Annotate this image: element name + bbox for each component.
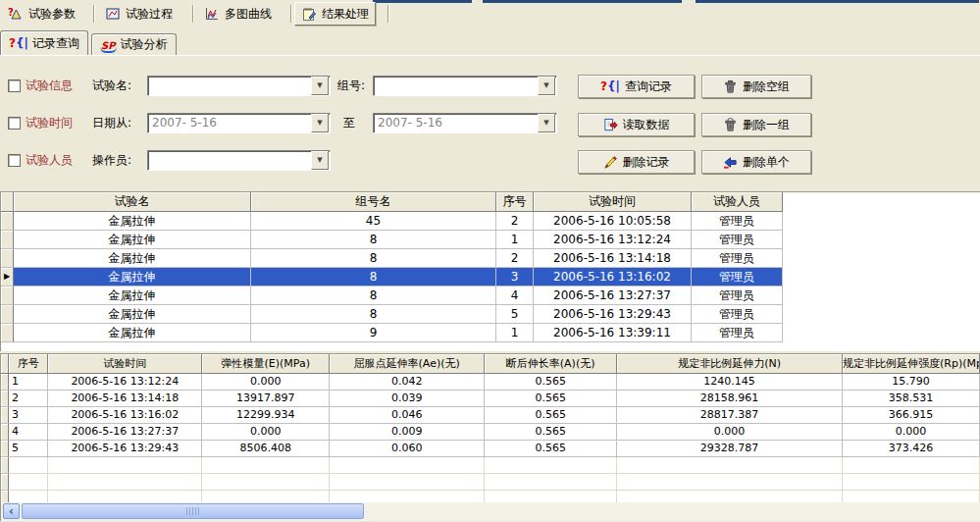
cell[interactable]: 金属拉伸 [14, 231, 251, 249]
cell[interactable]: 1 [9, 374, 48, 391]
toolbar-button-test-process[interactable]: 试验过程 [99, 2, 179, 26]
tab-test-analysis[interactable]: SP 试验分析 [91, 33, 177, 55]
dropdown-button[interactable]: ▼ [538, 114, 555, 132]
row-selector[interactable] [1, 407, 9, 424]
cell[interactable]: 管理员 [692, 287, 783, 305]
cell[interactable]: 管理员 [692, 305, 783, 324]
row-selector[interactable] [1, 249, 14, 268]
cell[interactable]: 2006-5-16 13:29:43 [48, 441, 202, 457]
delete-one-group-button[interactable]: 删除一组 [701, 113, 811, 136]
cell[interactable]: 2006-5-16 13:14:18 [48, 391, 202, 407]
cell[interactable]: 2 [9, 391, 48, 407]
cell[interactable]: 2 [496, 249, 534, 268]
read-data-button[interactable]: 读取数据 [578, 113, 695, 136]
cell[interactable]: 管理员 [692, 212, 783, 231]
cell[interactable]: 8506.408 [202, 441, 330, 457]
cell[interactable]: 8 [251, 231, 496, 249]
cell[interactable]: 2006-5-16 13:12:24 [48, 374, 202, 391]
cell[interactable]: 0.039 [330, 391, 485, 407]
row-selector[interactable] [1, 305, 14, 324]
table-row[interactable]: 金属拉伸 8 5 2006-5-16 13:29:43 管理员 [1, 305, 980, 324]
cell[interactable]: 8 [251, 305, 496, 324]
dropdown-button[interactable]: ▼ [311, 114, 329, 132]
cell[interactable]: 1240.145 [617, 374, 843, 391]
toolbar-button-results[interactable]: 结果处理 [294, 2, 376, 26]
date-to-picker[interactable]: 2007- 5-16 ▼ [373, 113, 557, 133]
cell[interactable]: 12299.934 [202, 407, 330, 424]
row-selector[interactable] [1, 324, 14, 342]
cell[interactable]: 0.565 [485, 407, 617, 424]
cell[interactable]: 0.046 [330, 407, 485, 424]
test-time-checkbox[interactable] [8, 117, 21, 130]
cell[interactable]: 366.915 [843, 407, 980, 424]
cell[interactable]: 45 [251, 212, 496, 231]
cell[interactable]: 15.790 [843, 374, 980, 391]
test-person-checkbox[interactable] [8, 154, 21, 167]
row-selector-current[interactable]: ▶ [1, 268, 14, 287]
row-selector[interactable] [1, 424, 9, 441]
dropdown-button[interactable]: ▼ [311, 151, 329, 170]
delete-records-button[interactable]: 删除记录 [578, 150, 695, 174]
delete-single-button[interactable]: 删除单个 [701, 150, 811, 174]
cell[interactable]: 2006-5-16 13:16:02 [48, 407, 202, 424]
cell[interactable]: 2006-5-16 13:12:24 [534, 231, 692, 249]
cell[interactable]: 金属拉伸 [14, 268, 251, 287]
cell[interactable]: 2006-5-16 13:29:43 [534, 305, 692, 324]
cell[interactable]: 2 [496, 212, 534, 231]
operator-combobox[interactable]: ▼ [147, 150, 331, 171]
cell[interactable]: 28817.387 [617, 407, 843, 424]
cell[interactable]: 4 [9, 424, 48, 441]
cell[interactable]: 0.565 [485, 424, 617, 441]
cell[interactable]: 管理员 [692, 268, 783, 287]
cell[interactable]: 8 [251, 287, 496, 305]
cell[interactable]: 0.565 [485, 391, 617, 407]
cell[interactable]: 8 [251, 268, 496, 287]
cell[interactable]: 0.000 [202, 374, 330, 391]
cell[interactable]: 4 [496, 287, 534, 305]
cell[interactable]: 5 [496, 305, 534, 324]
cell[interactable]: 1 [496, 231, 534, 249]
toolbar-button-test-params[interactable]: ? 试验参数 [2, 2, 81, 26]
cell[interactable]: 0.565 [485, 374, 617, 391]
cell[interactable]: 金属拉伸 [14, 212, 251, 231]
table-row[interactable]: 金属拉伸 9 1 2006-5-16 13:39:11 管理员 [1, 324, 980, 342]
group-number-combobox[interactable]: ▼ [373, 76, 557, 96]
cell[interactable]: 3 [496, 268, 534, 287]
cell[interactable]: 2006-5-16 10:05:58 [534, 212, 692, 231]
dropdown-button[interactable]: ▼ [311, 77, 329, 95]
table-row-selected[interactable]: ▶ 金属拉伸 8 3 2006-5-16 13:16:02 管理员 [1, 268, 980, 287]
table-row[interactable]: 2 2006-5-16 13:14:18 13917.897 0.039 0.5… [1, 391, 980, 407]
table-row[interactable]: 金属拉伸 8 4 2006-5-16 13:27:37 管理员 [1, 287, 980, 305]
cell[interactable]: 0.000 [202, 424, 330, 441]
horizontal-scrollbar[interactable]: ‹ [0, 502, 980, 521]
cell[interactable]: 373.426 [843, 441, 980, 457]
cell[interactable]: 0.000 [843, 424, 980, 441]
date-from-picker[interactable]: 2007- 5-16 ▼ [147, 113, 331, 133]
scrollbar-thumb[interactable] [22, 503, 364, 519]
cell[interactable]: 0.009 [330, 424, 485, 441]
cell[interactable]: 358.531 [843, 391, 980, 407]
cell[interactable]: 2006-5-16 13:14:18 [534, 249, 692, 268]
cell[interactable]: 9 [251, 324, 496, 342]
query-records-button[interactable]: ?{| 查询记录 [578, 75, 695, 98]
table-row[interactable]: 4 2006-5-16 13:27:37 0.000 0.009 0.565 0… [1, 424, 980, 441]
cell[interactable]: 管理员 [692, 231, 783, 249]
cell[interactable]: 2006-5-16 13:39:11 [534, 324, 692, 342]
row-selector[interactable] [1, 391, 9, 407]
row-selector[interactable] [1, 287, 14, 305]
cell[interactable]: 金属拉伸 [14, 249, 251, 268]
table-row[interactable]: 5 2006-5-16 13:29:43 8506.408 0.060 0.56… [1, 441, 980, 457]
row-selector[interactable] [1, 212, 14, 231]
delete-empty-group-button[interactable]: 删除空组 [701, 75, 811, 98]
cell[interactable]: 3 [9, 407, 48, 424]
table-row[interactable]: 金属拉伸 8 2 2006-5-16 13:14:18 管理员 [1, 249, 980, 268]
tab-record-query[interactable]: ?{| 记录查询 [0, 30, 88, 55]
cell[interactable]: 28158.961 [617, 391, 843, 407]
table-row[interactable]: 金属拉伸 45 2 2006-5-16 10:05:58 管理员 [1, 212, 980, 231]
cell[interactable]: 0.060 [330, 441, 485, 457]
table-row[interactable]: 金属拉伸 8 1 2006-5-16 13:12:24 管理员 [1, 231, 980, 249]
cell[interactable]: 金属拉伸 [14, 324, 251, 342]
cell[interactable]: 0.565 [485, 441, 617, 457]
cell[interactable]: 29328.787 [617, 441, 843, 457]
row-selector[interactable] [1, 231, 14, 249]
